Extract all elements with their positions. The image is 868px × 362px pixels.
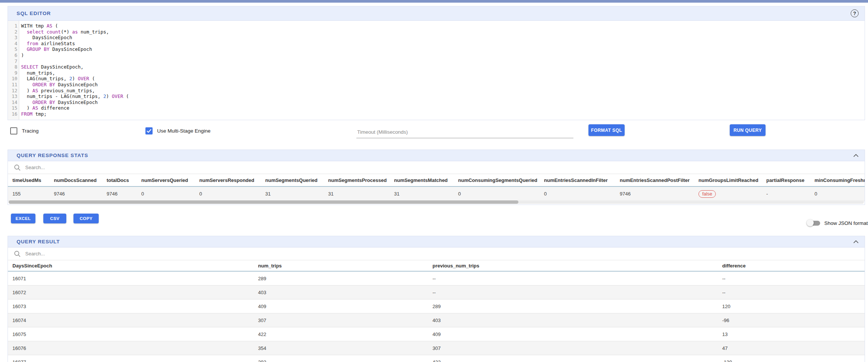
result-cell: 16074 [8,313,254,327]
code-line: SELECT DaysSinceEpoch, [21,64,865,70]
stats-cell: 31 [390,186,454,201]
sql-keyword: count [47,29,61,35]
stats-column-header[interactable]: partialResponse [762,174,810,186]
stats-cell: 31 [261,186,324,201]
result-cell: -96 [718,313,865,327]
line-number: 11 [8,82,17,88]
stats-cell: 9746 [49,186,102,201]
line-number: 2 [8,29,17,35]
code-line: ) AS previous_num_trips, [21,88,865,94]
result-column-header[interactable]: num_trips [254,260,428,271]
result-cell: 289 [254,271,428,286]
sql-keyword: AS [32,88,38,93]
result-column-header[interactable]: DaysSinceEpoch [8,260,254,271]
stats-cell: 0 [539,186,615,201]
sql-text [21,29,27,35]
pinot-query-console: SQL EDITOR ? 12345678910111213141516 WIT… [0,0,868,362]
format-sql-button[interactable]: FORMAT SQL [588,124,625,136]
sql-keyword: ORDER BY [32,82,55,87]
sql-editor-card: SQL EDITOR ? 12345678910111213141516 WIT… [8,6,865,120]
sql-text: DaysSinceEpoch [55,99,98,105]
sql-keyword: OVER [78,76,89,81]
sql-text: ( [123,93,129,99]
code-line: FROM tmp; [21,111,865,117]
result-row: 16071289---- [8,271,865,286]
result-cell: -- [428,271,718,286]
stats-column-header[interactable]: numDocsScanned [49,174,102,186]
stats-column-header[interactable]: numSegmentsQueried [261,174,324,186]
check-icon [147,129,151,133]
tracing-label: Tracing [22,128,39,134]
sql-keyword: from [27,41,38,46]
sql-text: ) [21,52,24,58]
false-badge: false [698,190,716,198]
code-line: num_trips - LAG(num_trips, 2) OVER ( [21,93,865,99]
stats-column-header[interactable]: numSegmentsMatched [390,174,454,186]
sql-text: previous_num_trips, [38,88,95,93]
line-number: 5 [8,46,17,52]
help-icon[interactable]: ? [851,9,859,17]
stats-column-header[interactable]: numGroupsLimitReached [694,174,762,186]
stats-table: timeUsedMsnumDocsScannedtotalDocsnumServ… [8,174,865,201]
sql-code-editor[interactable]: 12345678910111213141516 WITH tmp AS ( se… [8,21,865,120]
sql-text [21,99,32,105]
collapse-result-chevron-up-icon[interactable] [853,240,859,243]
result-cell: 354 [254,341,428,355]
sql-keyword: GROUP BY [27,46,49,52]
sql-editor-header: SQL EDITOR ? [8,6,865,21]
code-line: ) AS difference [21,105,865,111]
result-search-input[interactable] [24,250,184,257]
sql-editor-title: SQL EDITOR [17,11,51,16]
result-cell: 307 [428,341,718,355]
csv-export-button[interactable]: CSV [43,214,66,223]
query-response-stats-card: QUERY RESPONSE STATS timeUsedMsnumDocsSc… [8,150,865,205]
sql-text [21,46,27,52]
code-line: WITH tmp AS ( [21,23,865,29]
result-cell: 409 [428,327,718,341]
sql-text: LAG(num_trips, [21,76,69,81]
line-number: 12 [8,88,17,94]
result-cell: 47 [718,341,865,355]
sql-text [44,29,47,35]
result-row: 1607635430747 [8,341,865,355]
collapse-stats-chevron-up-icon[interactable] [853,154,859,157]
sql-text: tmp; [32,111,47,117]
stats-column-header[interactable]: numConsumingSegmentsQueried [454,174,539,186]
timeout-input[interactable] [356,125,575,139]
tracing-checkbox[interactable]: Tracing [10,127,39,134]
stats-column-header[interactable]: numSegmentsProcessed [324,174,390,186]
stats-column-header[interactable]: numEntriesScannedPostFilter [615,174,694,186]
line-number: 9 [8,70,17,76]
sql-keyword: FROM [21,111,32,117]
checkbox-unchecked-icon[interactable] [10,127,17,134]
result-header: QUERY RESULT [8,236,865,247]
line-number: 13 [8,93,17,99]
toggle-knob[interactable] [807,219,814,226]
horizontal-scrollbar-thumb[interactable] [9,200,518,204]
sql-keyword: SELECT [21,64,38,70]
stats-cell: false [694,186,762,201]
stats-column-header[interactable]: minConsumingFreshnessTimeMs [810,174,865,186]
multi-stage-engine-checkbox[interactable]: Use Multi-Stage Engine [145,127,211,134]
stats-column-header[interactable]: timeUsedMs [8,174,49,186]
result-column-header[interactable]: difference [718,260,865,271]
stats-title: QUERY RESPONSE STATS [17,153,88,158]
show-json-format-toggle[interactable] [807,218,822,228]
result-column-header[interactable]: previous_num_trips [428,260,718,271]
copy-button[interactable]: COPY [73,214,99,223]
timeout-field-wrap [356,125,573,138]
stats-column-header[interactable]: numServersQueried [137,174,195,186]
sql-keyword: ORDER BY [32,99,55,105]
sql-keyword: AS [32,105,38,111]
stats-column-header[interactable]: totalDocs [102,174,137,186]
code-line: DaysSinceEpoch [21,35,865,41]
query-result-card: QUERY RESULT DaysSinceEpochnum_tripsprev… [8,236,865,362]
stats-column-header[interactable]: numServersResponded [195,174,261,186]
run-query-button[interactable]: RUN QUERY [730,124,766,136]
checkbox-checked-icon[interactable] [145,127,153,134]
excel-export-button[interactable]: EXCEL [11,214,35,223]
code-line: ORDER BY DaysSinceEpoch [21,82,865,88]
stats-column-header[interactable]: numEntriesScannedInFilter [539,174,615,186]
code-line [21,58,865,64]
stats-search-input[interactable] [24,164,184,171]
